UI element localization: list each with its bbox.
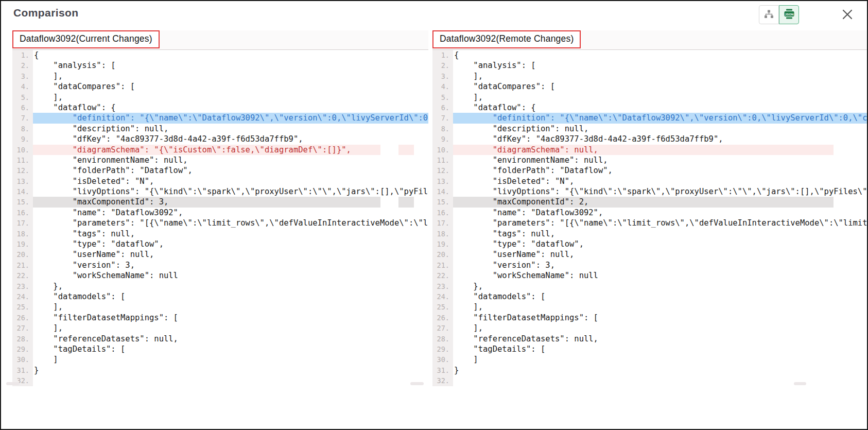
code-line: 24. "datamodels": [ [12,291,428,302]
hierarchy-icon [764,9,774,21]
code-line: 23. }, [432,281,868,291]
code-line: 11. "environmentName": null, [432,155,868,165]
svg-text:JSON: JSON [785,12,793,16]
line-number: 26. [432,313,453,323]
line-number: 9. [12,134,33,144]
line-number: 13. [432,176,453,186]
line-number: 24. [12,291,33,302]
code-text: "maxComponentId": 3, [33,197,428,207]
line-number: 19. [432,239,453,249]
view-toggle-group: JSON [759,5,799,24]
code-text: ], [453,323,868,333]
code-text: }, [33,281,428,291]
code-line: 21. "version": 3, [12,260,428,270]
line-number: 14. [432,186,453,197]
code-text: ], [453,302,868,312]
left-editor-lines[interactable]: 1.{2. "analysis": [3. ],4. "dataCompares… [12,50,428,386]
code-line: 28. "referenceDatasets": null, [432,334,868,344]
line-number: 6. [432,102,453,113]
right-secondary-scrollbar-thumb[interactable] [794,382,806,385]
code-text: "definition": "{\"name\":\"Dataflow3092\… [453,113,868,123]
code-text: ], [33,71,428,81]
code-text: } [453,365,868,375]
code-line: 6. "dataflow": { [12,102,428,113]
close-button[interactable] [841,9,854,21]
line-number: 14. [12,186,33,197]
code-text: "tags": null, [33,229,428,239]
code-line: 6. "dataflow": { [432,102,868,113]
close-icon [842,9,853,22]
code-text: "parameters": "[{\"name\":\"limit_rows\"… [33,218,428,228]
code-text: "referenceDatasets": null, [453,334,868,344]
line-number: 22. [12,270,33,281]
left-pane-header: Dataflow3092(Current Changes) [12,30,428,50]
line-number: 5. [12,92,33,102]
line-number: 28. [12,334,33,344]
right-editor-lines[interactable]: 1.{2. "analysis": [3. ],4. "dataCompares… [432,50,868,386]
code-line: 31.} [432,365,868,375]
line-number: 8. [12,124,33,134]
code-text: "dataCompares": [ [33,81,428,92]
code-line: 16. "name": "Dataflow3092", [432,208,868,218]
code-line: 18. "tags": null, [12,229,428,239]
line-number: 21. [432,260,453,270]
code-line: 9. "dfKey": "4ac89377-3d8d-4a42-a39f-f6d… [12,134,428,144]
code-text: "workSchemaName": null [33,270,428,281]
code-line: 22. "workSchemaName": null [12,270,428,281]
line-number: 3. [432,71,453,81]
code-text: "parameters": "[{\"name\":\"limit_rows\"… [453,218,868,228]
code-line: 23. }, [12,281,428,291]
left-pane-title: Dataflow3092(Current Changes) [12,30,160,48]
code-text: "datamodels": [ [453,291,868,302]
line-number: 9. [432,134,453,144]
line-number: 4. [12,81,33,92]
code-line: 17. "parameters": "[{\"name\":\"limit_ro… [12,218,428,228]
code-text: "tagDetails": [ [453,344,868,354]
code-line: 30. ] [432,354,868,365]
right-horizontal-scrollbar-thumb[interactable] [410,382,424,385]
code-line: 21. "version": 3, [432,260,868,270]
code-line: 26. "filterDatasetMappings": [ [432,313,868,323]
code-line: 11. "environmentName": null, [12,155,428,165]
code-text: "version": 3, [33,260,428,270]
code-line: 8. "description": null, [12,124,428,134]
line-number: 20. [432,249,453,260]
code-line: 29. "tagDetails": [ [432,344,868,354]
code-text: "type": "dataflow", [453,239,868,249]
line-number: 32. [432,375,453,386]
code-text: "filterDatasetMappings": [ [453,313,868,323]
code-line: 28. "referenceDatasets": null, [12,334,428,344]
code-text: ], [33,302,428,312]
line-number: 29. [12,344,33,354]
code-line: 14. "livyOptions": "{\"kind\":\"spark\",… [432,186,868,197]
code-line: 8. "description": null, [432,124,868,134]
line-number: 25. [432,302,453,312]
code-line: 5. ], [12,92,428,102]
code-text: "maxComponentId": 2, [453,197,868,207]
tree-view-button[interactable] [759,5,779,24]
code-text: "name": "Dataflow3092", [33,208,428,218]
code-text: }, [453,281,868,291]
code-line: 7. "definition": "{\"name\":\"Dataflow30… [432,113,868,123]
code-text: "description": null, [453,124,868,134]
json-view-button[interactable]: JSON [779,5,799,24]
code-text: ] [453,354,868,365]
code-text: "description": null, [33,124,428,134]
line-number: 5. [432,92,453,102]
line-number: 10. [432,145,453,155]
line-number: 30. [12,354,33,365]
code-text: "filterDatasetMappings": [ [33,313,428,323]
code-text: ], [453,92,868,102]
line-number: 4. [432,81,453,92]
code-text: "type": "dataflow", [33,239,428,249]
code-text: "name": "Dataflow3092", [453,208,868,218]
line-number: 18. [12,229,33,239]
code-line: 18. "tags": null, [432,229,868,239]
code-text: "folderPath": "Dataflow", [33,165,428,176]
code-line: 1.{ [12,50,428,60]
line-number: 29. [432,344,453,354]
right-pane-header: Dataflow3092(Remote Changes) [432,30,868,50]
code-line: 12. "folderPath": "Dataflow", [12,165,428,176]
left-horizontal-scrollbar-thumb[interactable] [6,382,20,385]
code-line: 3. ], [12,71,428,81]
